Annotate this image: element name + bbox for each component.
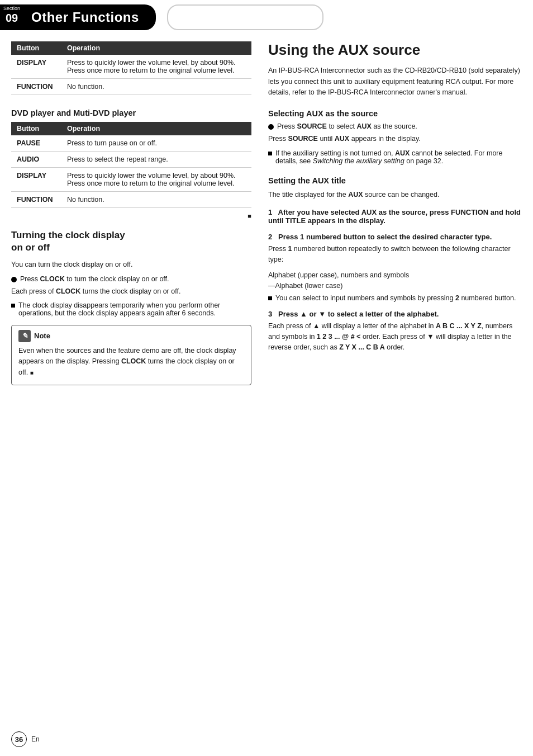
aux-heading: Using the AUX source — [268, 41, 522, 59]
clock-bullet-2: The clock display disappears temporarily… — [11, 301, 251, 317]
dvd-section: DVD player and Muti-DVD player Button Op… — [11, 108, 251, 219]
step2-bullet-text: You can select to input numbers and symb… — [275, 294, 516, 302]
aux-title-heading: Setting the AUX title — [268, 176, 522, 185]
note-text: Even when the sources and the feature de… — [18, 346, 244, 378]
clock-bullet-1-text: Press CLOCK to turn the clock display on… — [20, 275, 169, 283]
table-row: PAUSE Press to turn pause on or off. — [11, 135, 251, 152]
aux-source-section: Using the AUX source An IP-BUS-RCA Inter… — [268, 41, 522, 98]
col-button-dvd: Button — [11, 122, 61, 135]
aux-select-para1: Press SOURCE until AUX appears in the di… — [268, 134, 522, 144]
cell-button: FUNCTION — [11, 192, 61, 208]
cell-button: FUNCTION — [11, 79, 61, 95]
bullet-square-icon — [268, 296, 272, 300]
header-right-pill — [167, 4, 323, 30]
cell-operation: Press to quickly lower the volume level,… — [61, 168, 251, 192]
section-label: Section — [3, 6, 20, 12]
note-header: ✎ Note — [18, 330, 244, 342]
clock-bullet-1: Press CLOCK to turn the clock display on… — [11, 275, 251, 283]
aux-title-intro: The title displayed for the AUX source c… — [268, 190, 522, 200]
section-number: 09 — [6, 12, 18, 24]
cell-operation: No function. — [61, 192, 251, 208]
note-box: ✎ Note Even when the sources and the fea… — [11, 325, 251, 385]
bullet-square-icon — [268, 152, 272, 155]
step2-heading: 2 Press 1 numbered button to select the … — [268, 233, 522, 241]
selecting-aux-heading: Selecting AUX as the source — [268, 109, 522, 118]
right-column: Using the AUX source An IP-BUS-RCA Inter… — [268, 41, 522, 393]
clock-intro: You can turn the clock display on or off… — [11, 259, 251, 270]
table-row: DISPLAY Press to quickly lower the volum… — [11, 55, 251, 79]
clock-para1: Each press of CLOCK turns the clock disp… — [11, 286, 251, 297]
cell-operation: Press to turn pause on or off. — [61, 135, 251, 152]
table-dvd: Button Operation PAUSE Press to turn pau… — [11, 122, 251, 208]
page-footer: 36 En — [11, 731, 40, 747]
selecting-aux-section: Selecting AUX as the source Press SOURCE… — [268, 109, 522, 164]
step2-bullet: You can select to input numbers and symb… — [268, 294, 522, 302]
cell-button: PAUSE — [11, 135, 61, 152]
aux-select-bullet2-text: If the auxiliary setting is not turned o… — [275, 149, 522, 165]
dvd-square-icon: ■ — [11, 212, 251, 219]
cell-operation: No function. — [61, 79, 251, 95]
aux-select-bullet-text: Press SOURCE to select AUX as the source… — [277, 122, 417, 130]
dvd-heading: DVD player and Muti-DVD player — [11, 108, 251, 117]
section-badge: Section 09 — [0, 4, 23, 30]
note-square-icon: ■ — [30, 370, 34, 376]
aux-select-bullet2: If the auxiliary setting is not turned o… — [268, 149, 522, 165]
table-display-function: Button Operation DISPLAY Press to quickl… — [11, 41, 251, 95]
bullet-circle-icon — [268, 124, 274, 130]
clock-heading: Turning the clock displayon or off — [11, 229, 251, 254]
cell-button: AUDIO — [11, 152, 61, 168]
page-number: 36 — [11, 731, 27, 747]
col-operation-dvd: Operation — [61, 122, 251, 135]
step3-heading: 3 Press ▲ or ▼ to select a letter of the… — [268, 310, 522, 318]
clock-bullet-2-text: The clock display disappears temporarily… — [18, 301, 251, 317]
page-header: Section 09 Other Functions — [0, 0, 533, 30]
step2-para: Press 1 numbered button repeatedly to sw… — [268, 244, 522, 266]
step3-para: Each press of ▲ will display a letter of… — [268, 321, 522, 353]
col-button-1: Button — [11, 41, 61, 55]
table-row: FUNCTION No function. — [11, 192, 251, 208]
lang-label: En — [31, 735, 40, 743]
table-row: AUDIO Press to select the repeat range. — [11, 152, 251, 168]
table-row: FUNCTION No function. — [11, 79, 251, 95]
note-icon: ✎ — [18, 330, 31, 342]
page-title: Other Functions — [23, 4, 156, 30]
cell-button: DISPLAY — [11, 168, 61, 192]
note-label: Note — [34, 332, 50, 340]
bullet-circle-icon — [11, 277, 17, 282]
cell-operation: Press to select the repeat range. — [61, 152, 251, 168]
aux-select-bullet: Press SOURCE to select AUX as the source… — [268, 122, 522, 130]
main-content: Button Operation DISPLAY Press to quickl… — [0, 41, 533, 393]
left-column: Button Operation DISPLAY Press to quickl… — [11, 41, 251, 393]
clock-section: Turning the clock displayon or off You c… — [11, 229, 251, 385]
bullet-square-icon — [11, 304, 15, 308]
cell-operation: Press to quickly lower the volume level,… — [61, 55, 251, 79]
table-row: DISPLAY Press to quickly lower the volum… — [11, 168, 251, 192]
step1-heading: 1 After you have selected AUX as the sou… — [268, 208, 522, 225]
aux-title-section: Setting the AUX title The title displaye… — [268, 176, 522, 353]
col-operation-1: Operation — [61, 41, 251, 55]
cell-button: DISPLAY — [11, 55, 61, 79]
aux-para: An IP-BUS-RCA Interconnector such as the… — [268, 65, 522, 98]
step2-list: Alphabet (upper case), numbers and symbo… — [268, 270, 522, 292]
